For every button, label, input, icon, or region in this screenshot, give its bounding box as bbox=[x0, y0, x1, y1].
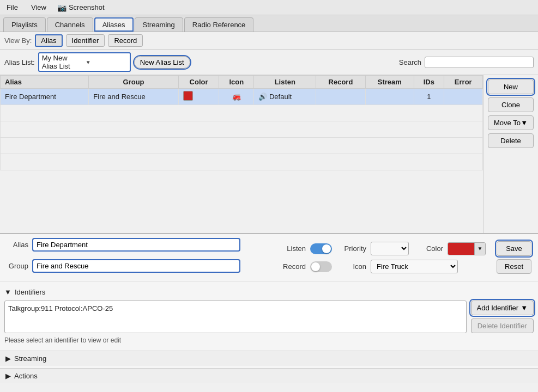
identifiers-section: ▼ Identifiers Talkgroup:911 Protocol:APC… bbox=[0, 286, 538, 346]
streaming-header[interactable]: ▶ Streaming bbox=[0, 351, 538, 366]
viewby-label: View By: bbox=[4, 36, 32, 45]
col-icon: Icon bbox=[219, 76, 254, 89]
col-color: Color bbox=[178, 76, 219, 89]
col-record: Record bbox=[316, 76, 365, 89]
cell-alias: Fire Department bbox=[1, 89, 89, 105]
cell-color bbox=[178, 89, 219, 105]
tab-radio-reference[interactable]: Radio Reference bbox=[184, 17, 254, 32]
new-alias-list-button[interactable]: New Alias List bbox=[134, 56, 190, 69]
alias-controls: Alias List: My New Alias List ▼ New Alia… bbox=[0, 50, 538, 75]
col-error: Error bbox=[444, 76, 482, 89]
table-row[interactable]: Fire Department Fire and Rescue 🚒 🔊 Defa… bbox=[1, 89, 483, 105]
screenshot-label: Screenshot bbox=[69, 3, 105, 11]
cell-ids: 1 bbox=[414, 89, 444, 105]
listen-label: Listen bbox=[276, 244, 306, 253]
table-row[interactable] bbox=[1, 154, 483, 170]
viewby-bar: View By: Alias Identifier Record bbox=[0, 32, 538, 50]
tab-aliases[interactable]: Aliases bbox=[94, 17, 134, 32]
identifiers-label: Identifiers bbox=[15, 288, 45, 296]
alias-row: Alias bbox=[7, 238, 265, 251]
record-row: Record Icon Fire Truck Police Ambulance bbox=[276, 260, 486, 273]
alias-list-label: Alias List: bbox=[4, 58, 35, 66]
new-button[interactable]: New bbox=[488, 79, 534, 94]
table-row[interactable] bbox=[1, 138, 483, 154]
tab-playlists[interactable]: Playlists bbox=[3, 17, 46, 32]
alias-list-dropdown[interactable]: My New Alias List ▼ bbox=[38, 52, 131, 72]
alias-list-arrow: ▼ bbox=[86, 59, 127, 65]
delete-button[interactable]: Delete bbox=[488, 133, 534, 148]
color-swatch-wide bbox=[448, 243, 474, 255]
delete-identifier-button[interactable]: Delete Identifier bbox=[471, 318, 534, 333]
record-toggle[interactable] bbox=[310, 261, 332, 272]
color-label: Color bbox=[413, 244, 443, 253]
tab-channels[interactable]: Channels bbox=[47, 17, 93, 32]
alias-label: Alias bbox=[7, 241, 28, 249]
cell-record bbox=[316, 89, 365, 105]
menubar: File View 📷 Screenshot bbox=[0, 0, 538, 15]
col-alias: Alias bbox=[1, 76, 89, 89]
identifier-box[interactable]: Talkgroup:911 Protocol:APCO-25 bbox=[4, 301, 467, 333]
screenshot-btn[interactable]: 📷 Screenshot bbox=[57, 3, 105, 12]
alias-input[interactable] bbox=[33, 238, 240, 251]
identifiers-arrow: ▼ bbox=[4, 288, 11, 296]
actions-header[interactable]: ▶ Actions bbox=[0, 369, 538, 383]
col-stream: Stream bbox=[365, 76, 414, 89]
color-dropdown-arrow: ▼ bbox=[474, 243, 485, 255]
add-identifier-button[interactable]: Add Identifier ▼ bbox=[471, 301, 534, 315]
cell-error bbox=[444, 89, 482, 105]
add-identifier-label: Add Identifier bbox=[477, 304, 519, 312]
search-label: Search bbox=[399, 58, 421, 66]
group-label: Group bbox=[7, 262, 28, 270]
actions-label: Actions bbox=[14, 372, 38, 380]
viewby-identifier[interactable]: Identifier bbox=[66, 34, 105, 47]
save-button[interactable]: Save bbox=[497, 241, 531, 256]
cell-listen: 🔊 Default bbox=[254, 89, 316, 105]
priority-select[interactable]: 1 2 bbox=[371, 242, 409, 255]
listen-toggle-knob bbox=[322, 244, 331, 253]
actions-section: ▶ Actions bbox=[0, 368, 538, 383]
cell-stream bbox=[365, 89, 414, 105]
icon-select[interactable]: Fire Truck Police Ambulance bbox=[371, 260, 458, 273]
actions-arrow: ▶ bbox=[5, 372, 11, 380]
move-to-button[interactable]: Move To ▼ bbox=[488, 115, 534, 130]
identifier-text: Talkgroup:911 Protocol:APCO-25 bbox=[8, 304, 113, 313]
color-swatch bbox=[183, 91, 193, 101]
streaming-section: ▶ Streaming bbox=[0, 351, 538, 366]
viewby-record[interactable]: Record bbox=[108, 34, 143, 47]
cell-icon: 🚒 bbox=[219, 89, 254, 105]
clone-button[interactable]: Clone bbox=[488, 97, 534, 112]
col-ids: IDs bbox=[414, 76, 444, 89]
edit-panel: Alias Group Listen Priority 1 2 bbox=[0, 233, 538, 383]
streaming-label: Streaming bbox=[14, 354, 46, 363]
move-to-arrow: ▼ bbox=[521, 119, 528, 127]
group-input[interactable] bbox=[33, 260, 240, 272]
alias-table: Alias Group Color Icon Listen Record Str… bbox=[0, 75, 483, 170]
alias-list-selected: My New Alias List bbox=[42, 54, 83, 70]
reset-button[interactable]: Reset bbox=[497, 259, 531, 274]
sidebar-buttons: New Clone Move To ▼ Delete bbox=[483, 75, 538, 233]
search-input[interactable] bbox=[425, 57, 534, 68]
file-menu[interactable]: File bbox=[4, 2, 20, 13]
camera-icon: 📷 bbox=[57, 3, 67, 12]
col-listen: Listen bbox=[254, 76, 316, 89]
record-toggle-knob bbox=[311, 262, 320, 271]
group-row: Group bbox=[7, 260, 265, 272]
table-row[interactable] bbox=[1, 105, 483, 121]
color-button[interactable]: ▼ bbox=[448, 242, 486, 255]
add-identifier-arrow: ▼ bbox=[521, 304, 528, 312]
identifiers-header[interactable]: ▼ Identifiers bbox=[0, 286, 538, 298]
identifier-buttons: Add Identifier ▼ Delete Identifier bbox=[471, 301, 534, 333]
view-menu[interactable]: View bbox=[29, 2, 49, 13]
icon-label: Icon bbox=[336, 262, 366, 271]
record-label: Record bbox=[276, 262, 306, 271]
tab-streaming[interactable]: Streaming bbox=[135, 17, 183, 32]
table-area: Alias Group Color Icon Listen Record Str… bbox=[0, 75, 483, 233]
table-row[interactable] bbox=[1, 121, 483, 138]
identifier-hint: Please select an identifier to view or e… bbox=[4, 336, 534, 344]
identifier-area: Talkgroup:911 Protocol:APCO-25 Add Ident… bbox=[4, 301, 534, 333]
listen-toggle[interactable] bbox=[310, 243, 332, 254]
tabbar: Playlists Channels Aliases Streaming Rad… bbox=[0, 15, 538, 32]
save-reset-buttons: Save Reset bbox=[497, 241, 531, 274]
col-group: Group bbox=[89, 76, 178, 89]
viewby-alias[interactable]: Alias bbox=[35, 34, 62, 47]
